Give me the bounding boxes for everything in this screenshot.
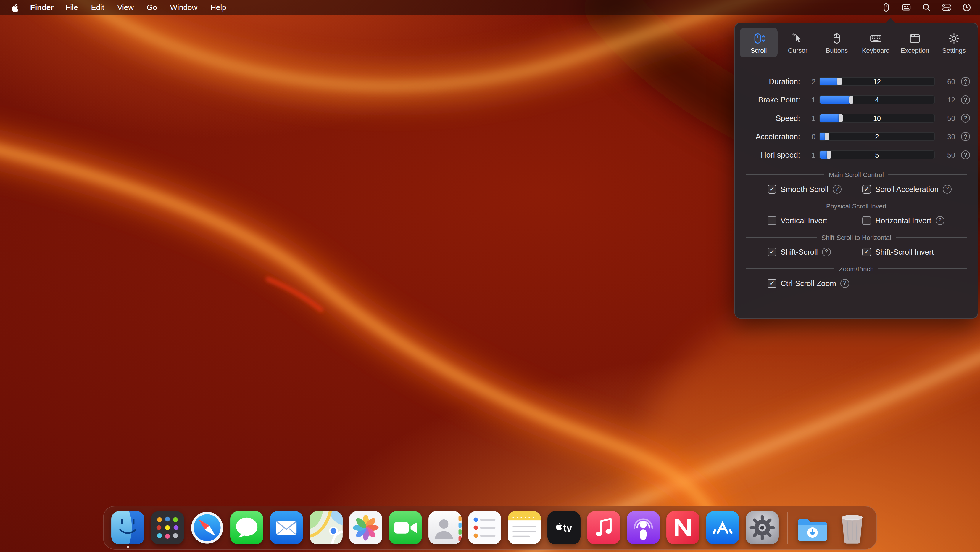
- dock-item-mail[interactable]: [269, 511, 304, 545]
- help-icon[interactable]: ?: [961, 77, 970, 86]
- tab-scroll[interactable]: Scroll: [740, 28, 778, 57]
- facetime-app-icon: [388, 511, 423, 545]
- dock-item-notes[interactable]: [507, 511, 541, 545]
- slider-min: 1: [805, 114, 816, 122]
- slider-row-speed: Speed:11050?: [738, 110, 978, 127]
- dock-item-contacts[interactable]: [428, 511, 462, 545]
- dock-item-app-store[interactable]: [705, 511, 740, 545]
- checkbox-shift-scroll-invert[interactable]: ✓: [862, 247, 871, 256]
- help-icon[interactable]: ?: [961, 132, 970, 141]
- checkbox-smooth-scroll[interactable]: ✓: [768, 185, 776, 193]
- panel-sections: Main Scroll Control✓Smooth Scroll?✓Scrol…: [735, 171, 978, 289]
- apple-menu[interactable]: [11, 2, 19, 13]
- slider-value: 10: [819, 114, 935, 123]
- help-icon[interactable]: ?: [822, 247, 831, 256]
- help-icon[interactable]: ?: [961, 150, 970, 160]
- control-center-icon[interactable]: [942, 2, 951, 13]
- panel-sliders: Duration:21260?Brake Point:1412?Speed:11…: [735, 73, 978, 163]
- section-title-physical-scroll-invert: Physical Scroll Invert: [746, 202, 967, 210]
- help-icon[interactable]: ?: [833, 185, 842, 193]
- menu-file[interactable]: File: [65, 3, 78, 12]
- slider-max: 12: [940, 96, 955, 104]
- desktop: Finder FileEditViewGoWindowHelp ScrollCu…: [0, 0, 980, 552]
- keyboard-icon: [869, 32, 882, 45]
- clock-icon[interactable]: [962, 2, 972, 13]
- dock-item-downloads[interactable]: [795, 511, 830, 545]
- menu-go[interactable]: Go: [147, 3, 157, 12]
- help-icon[interactable]: ?: [840, 279, 849, 287]
- slider-track[interactable]: 12: [819, 77, 935, 86]
- popover-arrow: [886, 18, 896, 23]
- tab-label: Buttons: [826, 46, 848, 54]
- menu-window[interactable]: Window: [170, 3, 198, 12]
- dock-separator: [787, 512, 788, 544]
- help-icon[interactable]: ?: [943, 185, 951, 193]
- dock-item-news[interactable]: [666, 511, 700, 545]
- help-icon[interactable]: ?: [935, 216, 944, 225]
- dock-item-safari[interactable]: [190, 511, 224, 545]
- photos-app-icon: [348, 511, 383, 545]
- slider-label: Acceleration:: [738, 132, 805, 141]
- slider-label: Hori speed:: [738, 150, 805, 160]
- check-item-shift-scroll-invert: ✓Shift-Scroll Invert: [862, 247, 934, 256]
- scroll-icon: [752, 32, 765, 45]
- check-item-scroll-acceleration: ✓Scroll Acceleration?: [862, 185, 951, 193]
- checkbox-row: ✓Ctrl-Scroll Zoom?: [746, 277, 967, 289]
- tab-exception[interactable]: Exception: [896, 28, 934, 57]
- dock-item-maps[interactable]: [309, 511, 343, 545]
- launchpad-app-icon: [150, 511, 185, 545]
- dock-item-facetime[interactable]: [388, 511, 423, 545]
- dock-item-system-preferences[interactable]: [745, 511, 780, 545]
- slider-min: 0: [805, 132, 816, 141]
- slider-label: Duration:: [738, 77, 805, 86]
- checkbox-ctrl-scroll-zoom[interactable]: ✓: [768, 279, 776, 287]
- exception-icon: [908, 32, 921, 45]
- spotlight-icon[interactable]: [921, 2, 931, 13]
- slider-track[interactable]: 10: [819, 114, 935, 123]
- music-app-icon: [587, 511, 621, 545]
- tab-cursor[interactable]: Cursor: [779, 28, 817, 57]
- dock-item-tv[interactable]: tv: [547, 511, 581, 545]
- checkbox-scroll-acceleration[interactable]: ✓: [862, 185, 871, 193]
- check-item-vertical-invert: Vertical Invert: [768, 216, 862, 225]
- menu-help[interactable]: Help: [210, 3, 226, 12]
- safari-app-icon: [190, 511, 224, 545]
- menu-edit[interactable]: Edit: [91, 3, 104, 12]
- slider-track[interactable]: 2: [819, 132, 935, 141]
- dock-item-podcasts[interactable]: [626, 511, 660, 545]
- checkbox-shift-scroll[interactable]: ✓: [768, 247, 776, 256]
- dock-item-finder[interactable]: [111, 511, 145, 545]
- check-item-ctrl-scroll-zoom: ✓Ctrl-Scroll Zoom?: [768, 279, 862, 287]
- mos-mouse-icon[interactable]: [881, 2, 891, 13]
- menu-view[interactable]: View: [117, 3, 134, 12]
- dock-item-trash[interactable]: [835, 511, 869, 545]
- tab-keyboard[interactable]: Keyboard: [857, 28, 895, 57]
- tab-label: Exception: [901, 46, 929, 54]
- dock-item-messages[interactable]: [230, 511, 264, 545]
- dock-item-music[interactable]: [587, 511, 621, 545]
- slider-min: 2: [805, 77, 816, 86]
- checkbox-horizontal-invert[interactable]: [862, 216, 871, 225]
- section-title-zoom-pinch: Zoom/Pinch: [746, 265, 967, 273]
- input-source-icon[interactable]: [901, 2, 912, 13]
- slider-track[interactable]: 4: [819, 95, 935, 104]
- slider-max: 30: [940, 132, 955, 141]
- slider-min: 1: [805, 151, 816, 159]
- active-app-name[interactable]: Finder: [30, 3, 54, 12]
- tab-buttons[interactable]: Buttons: [818, 28, 856, 57]
- slider-row-acceleration: Acceleration:0230?: [738, 128, 978, 145]
- dock-item-reminders[interactable]: [468, 511, 502, 545]
- dock-item-photos[interactable]: [348, 511, 383, 545]
- checkbox-vertical-invert[interactable]: [768, 216, 776, 225]
- tab-settings[interactable]: Settings: [935, 28, 973, 57]
- slider-min: 1: [805, 96, 816, 104]
- downloads-app-icon: [795, 511, 830, 545]
- slider-max: 50: [940, 114, 955, 122]
- dock-item-launchpad[interactable]: [150, 511, 185, 545]
- help-icon[interactable]: ?: [961, 95, 970, 104]
- slider-row-duration: Duration:21260?: [738, 73, 978, 90]
- help-icon[interactable]: ?: [961, 114, 970, 123]
- slider-track[interactable]: 5: [819, 150, 935, 160]
- reminders-app-icon: [468, 511, 502, 545]
- section-title-main-scroll-control: Main Scroll Control: [746, 171, 967, 178]
